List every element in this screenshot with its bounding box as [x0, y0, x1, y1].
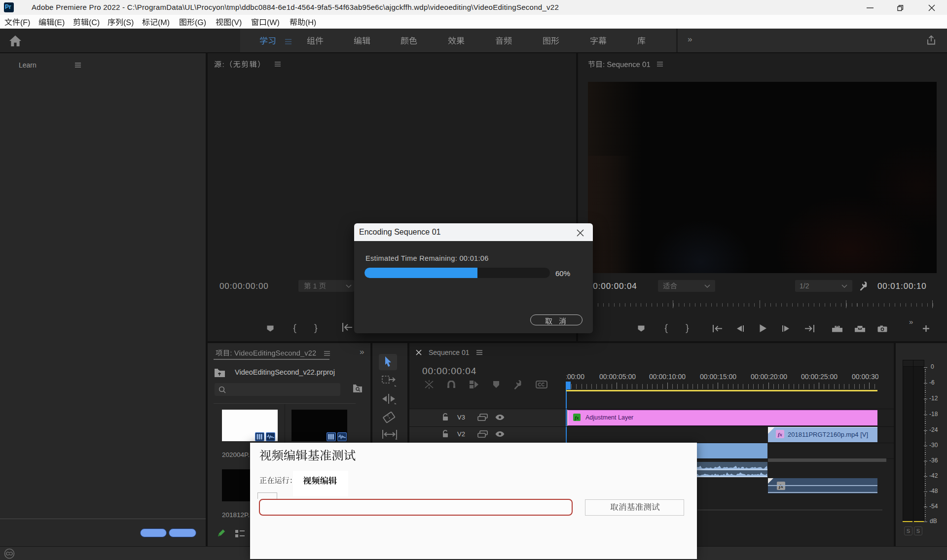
- svg-text:fx: fx: [575, 415, 579, 420]
- svg-text:fx: fx: [778, 431, 783, 437]
